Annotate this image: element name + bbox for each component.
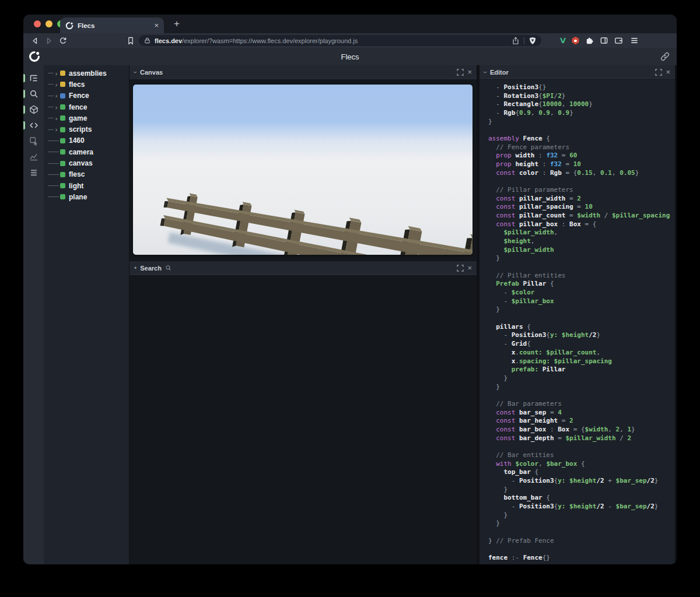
entity-color-chip <box>60 71 65 76</box>
tree-guide <box>48 152 59 152</box>
sidebar-cube-icon[interactable] <box>23 102 44 117</box>
fullscreen-icon[interactable] <box>457 69 464 76</box>
back-button[interactable] <box>28 36 42 45</box>
tree-item-plane[interactable]: plane <box>44 191 129 202</box>
tree-item-light[interactable]: light <box>44 180 129 191</box>
code-line: // Bar parameters <box>488 400 675 409</box>
sidebar-code-icon[interactable] <box>23 118 44 133</box>
forward-button[interactable] <box>42 36 56 45</box>
search-panel-body[interactable] <box>130 276 477 564</box>
hexagon-extension-icon[interactable] <box>572 37 579 45</box>
minimize-window-button[interactable] <box>46 20 52 27</box>
fullscreen-icon[interactable] <box>457 265 464 272</box>
tree-item-camera[interactable]: camera <box>44 146 129 157</box>
sidebar-search-icon[interactable] <box>23 86 44 101</box>
tree-guide <box>48 107 54 107</box>
sidebar-toggle-icon[interactable] <box>600 36 608 45</box>
close-panel-icon[interactable]: × <box>666 68 670 76</box>
tree-item-canvas[interactable]: canvas <box>44 157 129 168</box>
code-line: const pillar_spacing = 10 <box>488 203 675 212</box>
code-line: - $pillar_box <box>488 297 675 306</box>
close-panel-icon[interactable]: × <box>467 264 472 272</box>
tree-item-1460[interactable]: 1460 <box>44 135 129 146</box>
reload-button[interactable] <box>56 36 70 45</box>
flecs-favicon <box>65 22 74 30</box>
tab-flecs[interactable]: Flecs × <box>60 17 164 33</box>
share-icon[interactable] <box>512 37 520 45</box>
sidebar-chart-icon[interactable] <box>23 149 44 164</box>
tree-guide <box>48 163 59 164</box>
wallet-icon[interactable] <box>614 36 623 45</box>
entity-color-chip <box>60 161 65 166</box>
vue-devtools-icon[interactable]: V <box>560 36 566 45</box>
tree-guide <box>48 73 54 73</box>
url-bar[interactable]: flecs.dev/explorer/?wasm=https://www.fle… <box>139 35 541 46</box>
close-window-button[interactable] <box>34 20 41 27</box>
tree-item-label: game <box>69 114 87 122</box>
collapsed-dot-icon[interactable]: • <box>134 264 136 272</box>
close-panel-icon[interactable]: × <box>467 68 472 76</box>
code-line: - $color <box>488 289 675 297</box>
tree-item-game[interactable]: ›game <box>44 113 129 124</box>
code-line: $pillar_width, <box>488 229 675 237</box>
tab-strip: Flecs × + <box>23 15 677 33</box>
canvas-panel-body <box>130 80 477 261</box>
code-editor[interactable]: - Position3{} - Rotation3{$PI/2} - Recta… <box>480 80 675 564</box>
expand-chevron-icon[interactable]: › <box>54 93 59 99</box>
tree-item-assemblies[interactable]: ›assemblies <box>44 68 129 79</box>
cube-icon <box>29 105 38 114</box>
code-line: - Position3{y: $height/2 + $bar_sep/2} <box>488 477 675 486</box>
expand-chevron-icon[interactable]: › <box>54 115 59 121</box>
3d-viewport[interactable] <box>133 85 473 255</box>
expand-chevron-icon[interactable]: › <box>54 82 59 87</box>
search-panel-header[interactable]: • Search × <box>130 261 477 275</box>
brave-shield-icon[interactable] <box>528 37 537 45</box>
tab-close-icon[interactable]: × <box>154 21 159 30</box>
code-line <box>488 314 675 323</box>
chart-icon <box>29 152 38 161</box>
link-icon[interactable] <box>660 52 670 61</box>
browser-window: Flecs × + flecs.dev/explorer/?wasm=https… <box>23 15 677 564</box>
code-line: const bar_depth = $pillar_width / 2 <box>488 434 675 443</box>
code-line: } <box>488 254 675 263</box>
code-line: } <box>488 383 675 392</box>
tree-item-flesc[interactable]: flesc <box>44 169 129 180</box>
expand-chevron-icon[interactable]: › <box>54 104 59 110</box>
tree-item-fence[interactable]: ›fence <box>44 101 129 113</box>
tree-item-label: flecs <box>69 80 85 89</box>
menu-icon[interactable] <box>630 36 639 45</box>
new-tab-button[interactable]: + <box>170 17 183 31</box>
tree-item-label: fence <box>69 103 87 111</box>
tree-guide <box>48 84 54 85</box>
code-line: x.spacing: $pillar_spacing <box>488 357 675 366</box>
entity-color-chip <box>60 82 65 87</box>
tree-item-scripts[interactable]: ›scripts <box>44 124 129 135</box>
editor-panel-header[interactable]: › Editor × <box>480 65 675 79</box>
code-line: const pillar_width = 2 <box>488 195 675 203</box>
sidebar-rows-icon[interactable] <box>23 165 44 180</box>
expand-chevron-icon[interactable]: › <box>54 71 59 76</box>
canvas-panel-header[interactable]: › Canvas × <box>130 65 477 79</box>
entity-tree: ›assemblies›flecs›Fence›fence›game›scrip… <box>44 65 129 564</box>
tree-item-label: scripts <box>69 125 92 134</box>
sidebar-inspect-icon[interactable] <box>23 134 44 149</box>
fullscreen-icon[interactable] <box>655 69 662 76</box>
code-line: top_bar { <box>488 468 675 477</box>
browser-toolbar: flecs.dev/explorer/?wasm=https://www.fle… <box>23 33 677 48</box>
collapse-chevron-icon[interactable]: › <box>481 71 489 73</box>
code-line: - Grid{ <box>488 340 675 349</box>
tree-item-flecs[interactable]: ›flecs <box>44 79 129 90</box>
bookmark-icon[interactable] <box>126 36 135 45</box>
collapse-chevron-icon[interactable]: › <box>131 71 139 73</box>
tree-guide <box>48 118 54 118</box>
tree-item-Fence[interactable]: ›Fence <box>44 90 129 101</box>
expand-chevron-icon[interactable]: › <box>54 127 59 132</box>
code-content[interactable]: - Position3{} - Rotation3{$PI/2} - Recta… <box>480 80 675 563</box>
entity-color-chip <box>60 138 65 143</box>
tree-guide <box>48 141 59 141</box>
code-line: $height, <box>488 237 675 246</box>
code-line: fence :- Fence{} <box>488 554 675 563</box>
extensions-puzzle-icon[interactable] <box>585 36 594 45</box>
sidebar-outline-icon[interactable] <box>23 71 44 86</box>
code-line: - Position3{} <box>488 83 675 92</box>
